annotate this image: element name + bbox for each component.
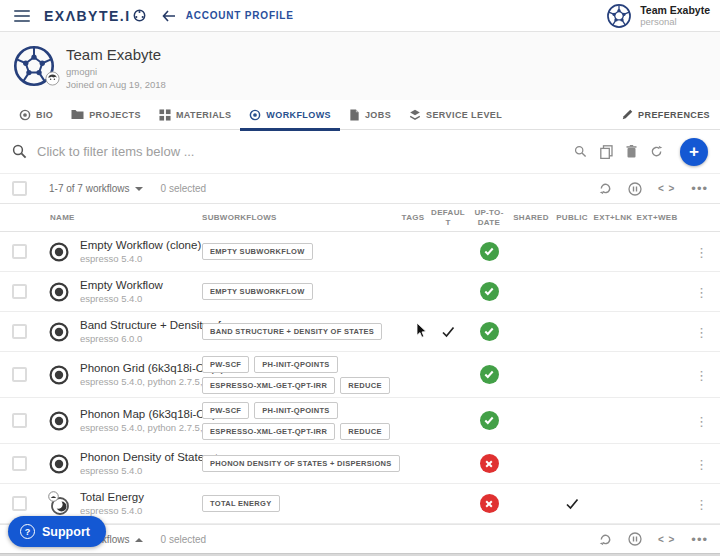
- table-row[interactable]: Phonon Density of States + ... espresso …: [0, 444, 720, 484]
- copy-icon[interactable]: [600, 145, 613, 159]
- col-name[interactable]: NAME: [38, 213, 202, 222]
- row-menu-button[interactable]: ⋮: [695, 414, 708, 429]
- table-row[interactable]: Phonon Grid (6k3q18i-OF) (n... espresso …: [0, 352, 720, 398]
- row-menu-button[interactable]: ⋮: [695, 245, 708, 260]
- workflow-name[interactable]: Phonon Map (6k3q18i-OF): [80, 408, 202, 420]
- row-checkbox[interactable]: [12, 284, 27, 299]
- tab-label: PROJECTS: [89, 110, 141, 120]
- col-public[interactable]: PUBLIC: [556, 213, 588, 223]
- tab-label: WORKFLOWS: [266, 110, 331, 120]
- tab-bio[interactable]: BIO: [10, 100, 62, 130]
- subworkflow-chip[interactable]: PW-SCF: [202, 356, 249, 373]
- col-default[interactable]: DEFAULT: [430, 208, 466, 228]
- workflow-name[interactable]: Phonon Grid (6k3q18i-OF) (n...: [80, 362, 202, 374]
- workflow-name[interactable]: Band Structure + Density of ...: [80, 319, 202, 331]
- pagination-range[interactable]: 1-7 of 7 workflows: [49, 183, 143, 194]
- subworkflow-chip[interactable]: REDUCE: [340, 423, 389, 440]
- subworkflow-chip[interactable]: PH-INIT-QPOINTS: [254, 356, 337, 373]
- table-row[interactable]: Phonon Map (6k3q18i-OF) espresso 5.4.0, …: [0, 398, 720, 444]
- subworkflow-chip[interactable]: EMPTY SUBWORKFLOW: [202, 283, 313, 300]
- tab-label: SERVICE LEVEL: [426, 110, 502, 120]
- subworkflow-chip[interactable]: TOTAL ENERGY: [202, 495, 280, 512]
- document-icon: [349, 109, 360, 121]
- table-row[interactable]: Band Structure + Density of ... espresso…: [0, 312, 720, 352]
- profile-tabs: BIO PROJECTS MATERIALS WORKFLOWS JOBS SE…: [0, 100, 720, 130]
- tab-service-level[interactable]: SERVICE LEVEL: [400, 100, 511, 130]
- subworkflow-chip[interactable]: BAND STRUCTURE + DENSITY OF STATES: [202, 323, 382, 340]
- subworkflow-chip[interactable]: PW-SCF: [202, 402, 249, 419]
- col-ext-lnk[interactable]: EXT+LNK: [592, 213, 634, 222]
- tab-projects[interactable]: PROJECTS: [62, 100, 150, 130]
- table-row[interactable]: Empty Workflow espresso 5.4.0 EMPTY SUBW…: [0, 272, 720, 312]
- workflow-name[interactable]: Empty Workflow (clone): [80, 239, 202, 251]
- workflow-name[interactable]: Total Energy: [80, 491, 202, 503]
- pencil-icon: [622, 109, 633, 120]
- row-checkbox[interactable]: [12, 456, 27, 471]
- row-checkbox[interactable]: [12, 413, 27, 428]
- tab-label: MATERIALS: [176, 110, 231, 120]
- subworkflow-chip[interactable]: EMPTY SUBWORKFLOW: [202, 243, 313, 260]
- uptodate-ok-icon: [480, 411, 499, 430]
- subworkflow-chip[interactable]: ESPRESSO-XML-GET-QPT-IRR: [202, 423, 335, 440]
- tab-materials[interactable]: MATERIALS: [150, 100, 240, 130]
- workflow-subtitle: espresso 5.4.0: [80, 505, 202, 516]
- table-row[interactable]: Empty Workflow (clone) espresso 5.4.0 EM…: [0, 232, 720, 272]
- more-icon[interactable]: •••: [691, 181, 708, 196]
- code-icon[interactable]: < >: [658, 183, 675, 194]
- menu-icon[interactable]: [14, 10, 30, 22]
- help-icon: ?: [20, 524, 35, 539]
- col-ext-web[interactable]: EXT+WEB: [634, 213, 680, 222]
- trash-icon[interactable]: [626, 145, 637, 158]
- tab-workflows[interactable]: WORKFLOWS: [240, 100, 340, 130]
- subworkflow-chip[interactable]: ESPRESSO-XML-GET-QPT-IRR: [202, 377, 335, 394]
- refresh-icon[interactable]: [599, 533, 612, 546]
- range-text: 1-7 of 7 workflows: [49, 183, 130, 194]
- workflow-subtitle: espresso 5.4.0, python 2.7.5, s...: [80, 422, 202, 433]
- default-check-icon[interactable]: [441, 326, 455, 338]
- preferences-button[interactable]: PREFERENCES: [622, 109, 710, 120]
- row-menu-button[interactable]: ⋮: [695, 325, 708, 340]
- col-up-to-date[interactable]: UP-TO-DATE: [471, 208, 507, 228]
- subworkflow-chip[interactable]: REDUCE: [340, 377, 389, 394]
- more-icon[interactable]: •••: [691, 532, 708, 547]
- table-row[interactable]: Total Energy espresso 5.4.0 TOTAL ENERGY: [0, 484, 720, 524]
- row-checkbox[interactable]: [12, 324, 27, 339]
- code-icon[interactable]: < >: [658, 534, 675, 545]
- preferences-label: PREFERENCES: [638, 110, 710, 120]
- pause-icon[interactable]: [628, 532, 642, 546]
- col-tags[interactable]: TAGS: [398, 213, 428, 222]
- subworkflow-chip[interactable]: PH-INIT-QPOINTS: [254, 402, 337, 419]
- workflow-name[interactable]: Empty Workflow: [80, 279, 202, 291]
- row-menu-button[interactable]: ⋮: [695, 497, 708, 512]
- row-menu-button[interactable]: ⋮: [695, 285, 708, 300]
- row-checkbox[interactable]: [12, 496, 27, 511]
- search-action-icon[interactable]: [574, 145, 587, 158]
- subworkflow-chip[interactable]: PHONON DENSITY OF STATES + DISPERSIONS: [202, 455, 400, 472]
- col-shared[interactable]: SHARED: [513, 213, 549, 223]
- tab-jobs[interactable]: JOBS: [340, 100, 400, 130]
- pause-icon[interactable]: [628, 182, 642, 196]
- sync-icon[interactable]: [650, 145, 663, 158]
- public-check-icon[interactable]: [565, 498, 579, 510]
- row-menu-button[interactable]: ⋮: [695, 457, 708, 472]
- profile-avatar[interactable]: [12, 44, 56, 88]
- workflow-name[interactable]: Phonon Density of States + ...: [80, 451, 202, 463]
- user-name: Team Exabyte: [640, 4, 710, 16]
- support-button[interactable]: ? Support: [8, 516, 106, 547]
- row-checkbox[interactable]: [12, 367, 27, 382]
- col-subworkflows[interactable]: SUBWORKFLOWS: [202, 213, 398, 222]
- subworkflow-chips: PW-SCFPH-INIT-QPOINTSESPRESSO-XML-GET-QP…: [202, 356, 398, 394]
- app-logo[interactable]: EXΛBYTE.I: [44, 8, 146, 24]
- row-checkbox[interactable]: [12, 244, 27, 259]
- workflow-icon: [48, 281, 70, 303]
- materials-grid-icon: [159, 109, 171, 121]
- user-menu[interactable]: Team Exabyte personal: [606, 3, 710, 29]
- add-workflow-button[interactable]: +: [680, 138, 708, 166]
- filter-input[interactable]: [37, 144, 564, 159]
- workflow-subtitle: espresso 5.4.0: [80, 465, 202, 476]
- select-all-checkbox[interactable]: [12, 181, 27, 196]
- back-arrow-icon[interactable]: [162, 10, 176, 22]
- refresh-icon[interactable]: [599, 182, 612, 195]
- subworkflow-chips: BAND STRUCTURE + DENSITY OF STATES: [202, 323, 398, 340]
- row-menu-button[interactable]: ⋮: [695, 368, 708, 383]
